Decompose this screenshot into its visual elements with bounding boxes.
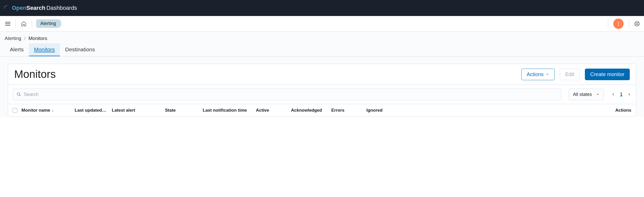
edit-button-label: Edit xyxy=(565,71,574,77)
col-header-actions: Actions xyxy=(409,108,631,113)
panel-actions: Actions Edit Create monitor xyxy=(521,69,630,80)
breadcrumb: Alerting / Monitors xyxy=(5,36,639,41)
search-icon xyxy=(17,92,21,97)
divider xyxy=(32,19,32,28)
chevron-down-icon xyxy=(546,72,549,76)
select-all-checkbox[interactable] xyxy=(13,108,17,113)
svg-point-2 xyxy=(17,93,20,95)
page-number[interactable]: 1 xyxy=(620,92,623,97)
tab-monitors[interactable]: Monitors xyxy=(29,43,60,56)
breadcrumb-root[interactable]: Alerting xyxy=(5,36,21,41)
search-box[interactable] xyxy=(13,88,561,100)
divider xyxy=(629,19,629,28)
state-filter-label: All states xyxy=(573,92,592,97)
panel-header: Monitors Actions Edit Create monitor xyxy=(8,64,636,85)
breadcrumb-current: Monitors xyxy=(28,36,47,41)
logo-text: OpenSearchDashboards xyxy=(12,5,77,11)
opensearch-logo-icon xyxy=(4,5,10,11)
tab-destinations[interactable]: Destinations xyxy=(60,43,100,56)
create-monitor-button[interactable]: Create monitor xyxy=(585,69,630,80)
nav-breadcrumb-chip[interactable]: Alerting xyxy=(36,19,61,28)
actions-button-label: Actions xyxy=(527,71,544,77)
content-area: Alerting / Monitors Alerts Monitors Dest… xyxy=(0,31,644,117)
monitors-panel: Monitors Actions Edit Create monitor xyxy=(8,64,636,117)
col-header-updated[interactable]: Last updated… xyxy=(75,108,108,113)
col-header-acknowledged[interactable]: Acknowledged xyxy=(291,108,327,113)
col-header-state[interactable]: State xyxy=(165,108,199,113)
nav-bar: Alerting j xyxy=(0,16,644,31)
home-icon xyxy=(21,21,27,27)
chevron-right-icon[interactable] xyxy=(627,92,631,96)
lifebuoy-icon xyxy=(634,21,640,27)
top-header: OpenSearchDashboards xyxy=(0,0,644,16)
logo[interactable]: OpenSearchDashboards xyxy=(4,5,77,11)
col-header-errors[interactable]: Errors xyxy=(331,108,362,113)
col-header-ignored[interactable]: Ignored xyxy=(366,108,405,113)
pagination: 1 xyxy=(611,92,631,97)
actions-button[interactable]: Actions xyxy=(521,69,555,80)
menu-toggle-icon[interactable] xyxy=(4,21,11,27)
state-filter-select[interactable]: All states xyxy=(569,88,604,100)
divider xyxy=(15,19,16,28)
panel-controls: All states 1 xyxy=(8,85,636,104)
table-header-row: Monitor name ↓ Last updated… Latest aler… xyxy=(8,104,636,117)
tab-alerts[interactable]: Alerts xyxy=(5,43,29,56)
avatar[interactable]: j xyxy=(613,19,624,29)
divider xyxy=(608,19,608,28)
col-header-name-label: Monitor name xyxy=(21,108,50,113)
create-monitor-label: Create monitor xyxy=(590,71,624,77)
sort-arrow-down-icon: ↓ xyxy=(52,108,53,112)
col-header-latest[interactable]: Latest alert xyxy=(112,108,161,113)
home-button[interactable] xyxy=(20,20,28,28)
page-title: Monitors xyxy=(14,68,56,80)
chevron-down-icon xyxy=(596,93,600,96)
tabs: Alerts Monitors Destinations xyxy=(0,43,644,56)
col-header-notification[interactable]: Last notification time xyxy=(203,108,252,113)
breadcrumb-separator: / xyxy=(24,36,26,41)
search-input[interactable] xyxy=(24,92,557,97)
svg-point-1 xyxy=(636,23,638,24)
col-header-name[interactable]: Monitor name ↓ xyxy=(21,108,70,113)
help-button[interactable] xyxy=(634,21,640,27)
col-header-active[interactable]: Active xyxy=(256,108,287,113)
chevron-left-icon[interactable] xyxy=(611,92,615,96)
edit-button: Edit xyxy=(560,69,579,80)
